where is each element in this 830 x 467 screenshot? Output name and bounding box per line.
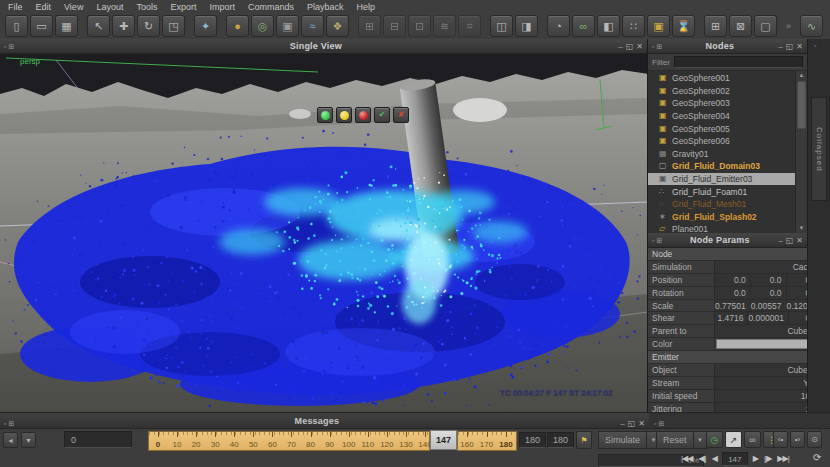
curve-icon[interactable]: ≋: [433, 15, 456, 37]
end-frame-field[interactable]: 180: [519, 432, 546, 448]
hybrido-icon[interactable]: ❖: [326, 15, 349, 37]
node-item-grid_fluid_foam01[interactable]: ∴Grid_Fluid_Foam01: [648, 185, 795, 198]
new-scene-icon[interactable]: ▯: [5, 15, 28, 37]
filter-input[interactable]: [674, 56, 803, 68]
play-backward-button[interactable]: ◀: [711, 454, 718, 464]
color-swatch[interactable]: [716, 339, 807, 349]
minimize-button[interactable]: –: [620, 419, 624, 428]
menu-tools[interactable]: Tools: [136, 2, 157, 12]
param-value-cell[interactable]: 0.000001: [747, 312, 787, 324]
node-item-geosphere004[interactable]: ▣GeoSphere004: [648, 110, 795, 123]
panel-dock-icon[interactable]: ⊞: [658, 420, 664, 427]
nodes-scrollbar[interactable]: ▲ ▼: [795, 71, 807, 233]
viewport-header-icons[interactable]: ▫⊞: [4, 41, 16, 51]
float-button[interactable]: ◱: [628, 419, 636, 428]
save-fail-button[interactable]: ✘: [393, 107, 409, 123]
expand-selection-icon[interactable]: ⊞: [704, 15, 727, 37]
scale-tool-icon[interactable]: ◳: [162, 15, 185, 37]
search-icon[interactable]: ⌗: [458, 15, 481, 37]
node-item-grid_fluid_emitter03[interactable]: ▣Grid_Fluid_Emitter03: [648, 173, 795, 186]
collapsed-panel-tab[interactable]: Collapsed: [811, 97, 827, 201]
node-item-plane001[interactable]: ▱Plane001: [648, 223, 795, 233]
current-frame-box[interactable]: 147: [430, 430, 457, 450]
close-button[interactable]: ✕: [796, 236, 803, 245]
menu-edit[interactable]: Edit: [36, 2, 52, 12]
menu-help[interactable]: Help: [357, 2, 376, 12]
camera-icon[interactable]: ▣: [276, 15, 299, 37]
close-button[interactable]: ✕: [636, 42, 643, 51]
export-preview-icon[interactable]: ↗: [725, 431, 742, 448]
node-item-gravity01[interactable]: ▦Gravity01: [648, 148, 795, 161]
simulate-button[interactable]: Simulate: [598, 431, 647, 449]
realwave-icon[interactable]: ≈: [301, 15, 324, 37]
save-scene-icon[interactable]: ▦: [55, 15, 78, 37]
float-button[interactable]: ◱: [626, 42, 634, 51]
timeline-ruler-end[interactable]: 160170180: [457, 431, 517, 451]
param-value-cell[interactable]: 0.0: [788, 312, 807, 324]
select-tool-icon[interactable]: ↖: [87, 15, 110, 37]
node-item-geosphere005[interactable]: ▣GeoSphere005: [648, 122, 795, 135]
node-item-geosphere002[interactable]: ▣GeoSphere002: [648, 85, 795, 98]
param-value-cell[interactable]: Yes: [714, 377, 807, 389]
ring-daemon-icon[interactable]: ◎: [251, 15, 274, 37]
param-value-cell[interactable]: Cube02: [714, 325, 807, 337]
slow-motion-icon[interactable]: ◔: [547, 15, 570, 37]
nodes-header-icons[interactable]: ▫⊞: [652, 41, 664, 51]
param-value-cell[interactable]: 0.12067: [786, 300, 808, 312]
node-item-geosphere006[interactable]: ▣GeoSphere006: [648, 135, 795, 148]
open-scene-icon[interactable]: ▭: [30, 15, 53, 37]
start-frame-field[interactable]: 0: [64, 431, 132, 448]
menu-file[interactable]: File: [8, 2, 23, 12]
sim-status-red-light[interactable]: [355, 107, 371, 123]
node-item-grid_fluid_domain03[interactable]: ▢Grid_Fluid_Domain03: [648, 160, 795, 173]
daemon-tool-icon[interactable]: ✦: [194, 15, 217, 37]
realtime-clock-icon[interactable]: ◷: [706, 431, 723, 448]
next-key-icon[interactable]: •›: [790, 431, 805, 448]
chain-icon[interactable]: ∞: [572, 15, 595, 37]
menu-playback[interactable]: Playback: [307, 2, 344, 12]
viewport-3d-scene[interactable]: persp ✔✘ TC 00:04:27 F 147 ST 24:17:02: [0, 54, 647, 412]
param-value-cell[interactable]: Cache: [714, 261, 807, 273]
param-value-cell[interactable]: 0.77501: [714, 300, 750, 312]
panel-menu-icon[interactable]: ▫: [4, 420, 6, 427]
dock-icon[interactable]: ▫: [814, 42, 816, 49]
move-tool-icon[interactable]: ✚: [112, 15, 135, 37]
menu-export[interactable]: Export: [170, 2, 196, 12]
float-button[interactable]: ◱: [786, 236, 794, 245]
door-icon[interactable]: ◧: [597, 15, 620, 37]
scroll-up-icon[interactable]: ▲: [799, 71, 805, 80]
add-event-icon[interactable]: ⊟: [383, 15, 406, 37]
menu-import[interactable]: Import: [209, 2, 235, 12]
schedule-icon[interactable]: ⊡: [408, 15, 431, 37]
loop-playback-button[interactable]: ⟳: [812, 452, 822, 464]
timeline-mode-button[interactable]: ◂: [3, 432, 18, 448]
step-forward-button[interactable]: ||▶: [763, 454, 772, 464]
timeline-options-button[interactable]: ▾: [21, 432, 36, 448]
set-key-icon[interactable]: ⊙: [807, 431, 822, 448]
hourglass-icon[interactable]: ⌛: [672, 15, 695, 37]
param-value-cell[interactable]: 0.0: [786, 274, 808, 286]
param-value-cell[interactable]: 1.0: [714, 403, 807, 412]
close-button[interactable]: ✕: [796, 42, 803, 51]
panel-menu-icon[interactable]: ▫: [4, 43, 6, 50]
menu-layout[interactable]: Layout: [96, 2, 123, 12]
nodes-window-controls[interactable]: –◱✕: [775, 41, 803, 51]
go-end-button[interactable]: ▶▶|: [776, 454, 789, 464]
camera-view-label[interactable]: persp: [20, 57, 40, 66]
prev-key-icon[interactable]: ‹•: [773, 431, 788, 448]
node-item-geosphere001[interactable]: ▣GeoSphere001: [648, 72, 795, 85]
messages-panel-header[interactable]: ▫⊞ Messages –◱✕: [0, 412, 649, 429]
shrink-selection-icon[interactable]: ⊠: [729, 15, 752, 37]
graph-editor-icon[interactable]: ∿: [800, 15, 823, 37]
panel-menu-icon[interactable]: ▫: [652, 237, 654, 244]
sim-status-yellow-light[interactable]: [336, 107, 352, 123]
add-job-icon[interactable]: ⊞: [358, 15, 381, 37]
params-window-controls[interactable]: –◱✕: [775, 235, 803, 245]
param-value-cell[interactable]: 1.4716: [714, 312, 747, 324]
flag-marker-button[interactable]: ⚑: [576, 431, 592, 449]
preview-box-icon[interactable]: ◫: [490, 15, 513, 37]
toolbar-overflow-icon[interactable]: »: [786, 21, 791, 31]
param-value-cell[interactable]: 0.0: [750, 287, 786, 299]
save-ok-button[interactable]: ✔: [374, 107, 390, 123]
node-item-grid_fluid_mesh01[interactable]: ◌Grid_Fluid_Mesh01: [648, 198, 795, 211]
